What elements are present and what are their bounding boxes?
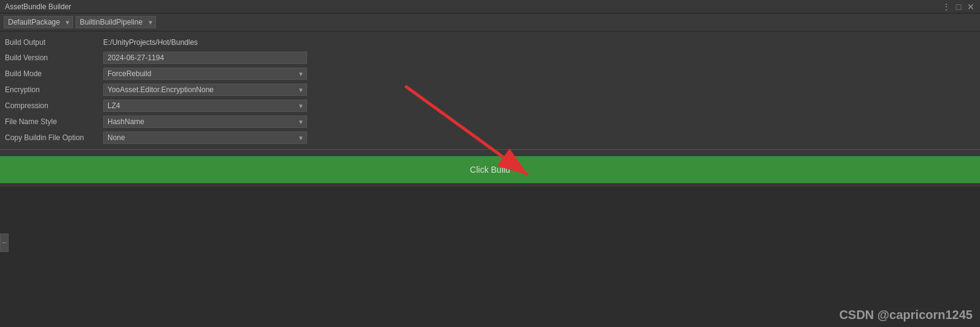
file-name-style-select[interactable]: HashName BundleName BundleName_HashName — [103, 116, 307, 128]
menu-button[interactable]: ⋮ — [942, 2, 951, 11]
build-output-label: Build Output — [5, 38, 103, 47]
compression-select[interactable]: LZ4 LZMA Uncompressed — [103, 100, 307, 112]
title-bar: AssetBundle Builder ⋮ □ ✕ — [0, 0, 980, 14]
pipeline-select[interactable]: BuiltinBuildPipeline — [76, 16, 156, 28]
build-output-value: E:/UnityProjects/Hot/Bundles — [103, 38, 198, 47]
window-controls: ⋮ □ ✕ — [942, 2, 975, 11]
file-name-style-row: File Name Style HashName BundleName Bund… — [0, 114, 980, 130]
build-mode-select-wrapper: ForceRebuild IncrementalBuild SimulateBu… — [103, 68, 307, 80]
copy-buildin-file-option-select[interactable]: None ClearAndCopy CopyIfNotExist — [103, 132, 307, 144]
compression-select-wrapper: LZ4 LZMA Uncompressed ▼ — [103, 100, 307, 112]
copy-buildin-file-option-row: Copy Buildin File Option None ClearAndCo… — [0, 130, 980, 146]
pipeline-select-wrapper: BuiltinBuildPipeline ▼ — [76, 16, 156, 28]
build-version-input[interactable] — [103, 52, 307, 64]
copy-buildin-file-option-label: Copy Buildin File Option — [5, 133, 103, 142]
build-mode-label: Build Mode — [5, 69, 103, 78]
encryption-row: Encryption YooAsset.Editor.EncryptionNon… — [0, 82, 980, 98]
close-button[interactable]: ✕ — [966, 2, 975, 11]
package-select[interactable]: DefaultPackage — [4, 16, 73, 28]
compression-label: Compression — [5, 101, 103, 110]
encryption-label: Encryption — [5, 85, 103, 94]
build-output-row: Build Output E:/UnityProjects/Hot/Bundle… — [0, 35, 980, 50]
package-pipeline-row: DefaultPackage ▼ BuiltinBuildPipeline ▼ — [0, 14, 980, 31]
package-select-wrapper: DefaultPackage ▼ — [4, 16, 73, 28]
click-build-button[interactable]: Click Build — [0, 156, 980, 183]
divider — [0, 149, 980, 150]
compression-row: Compression LZ4 LZMA Uncompressed ▼ — [0, 98, 980, 114]
bottom-area — [0, 241, 980, 327]
build-version-row: Build Version — [0, 50, 980, 66]
build-mode-row: Build Mode ForceRebuild IncrementalBuild… — [0, 66, 980, 82]
encryption-select-wrapper: YooAsset.Editor.EncryptionNone ▼ — [103, 84, 307, 96]
build-version-label: Build Version — [5, 53, 103, 62]
encryption-select[interactable]: YooAsset.Editor.EncryptionNone — [103, 84, 307, 96]
file-name-style-label: File Name Style — [5, 117, 103, 126]
file-name-style-select-wrapper: HashName BundleName BundleName_HashName … — [103, 116, 307, 128]
main-content: Build Output E:/UnityProjects/Hot/Bundle… — [0, 31, 980, 187]
build-mode-select[interactable]: ForceRebuild IncrementalBuild SimulateBu… — [103, 68, 307, 80]
left-tab: i — [0, 234, 9, 252]
window-title: AssetBundle Builder — [5, 2, 71, 11]
csdn-watermark: CSDN @capricorn1245 — [839, 308, 973, 322]
maximize-button[interactable]: □ — [954, 2, 963, 11]
copy-buildin-file-option-select-wrapper: None ClearAndCopy CopyIfNotExist ▼ — [103, 132, 307, 144]
